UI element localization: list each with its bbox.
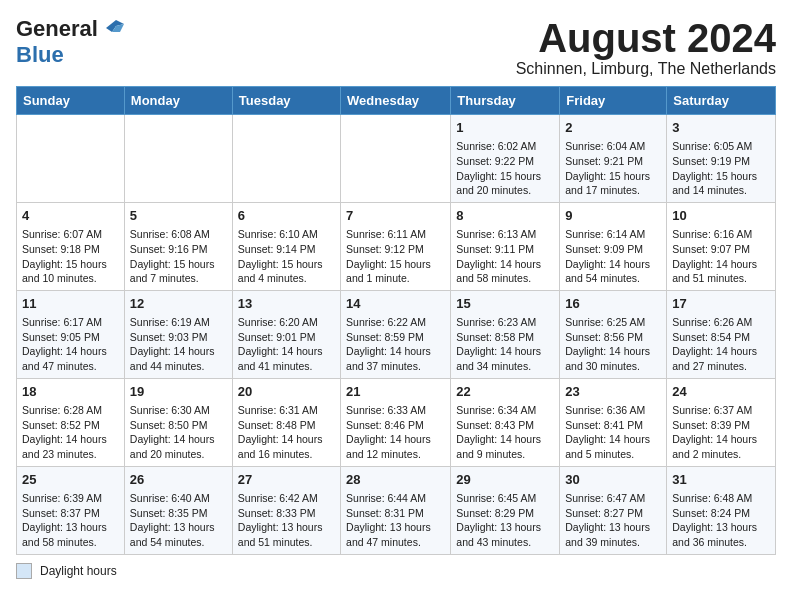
table-row: 1Sunrise: 6:02 AM Sunset: 9:22 PM Daylig… — [451, 115, 560, 203]
calendar-location: Schinnen, Limburg, The Netherlands — [516, 60, 776, 78]
table-row: 7Sunrise: 6:11 AM Sunset: 9:12 PM Daylig… — [341, 202, 451, 290]
day-number: 3 — [672, 119, 770, 137]
day-number: 29 — [456, 471, 554, 489]
table-row: 19Sunrise: 6:30 AM Sunset: 8:50 PM Dayli… — [124, 378, 232, 466]
table-row: 2Sunrise: 6:04 AM Sunset: 9:21 PM Daylig… — [560, 115, 667, 203]
day-detail: Sunrise: 6:44 AM Sunset: 8:31 PM Dayligh… — [346, 491, 445, 550]
day-detail: Sunrise: 6:05 AM Sunset: 9:19 PM Dayligh… — [672, 139, 770, 198]
table-row — [17, 115, 125, 203]
day-detail: Sunrise: 6:33 AM Sunset: 8:46 PM Dayligh… — [346, 403, 445, 462]
day-number: 20 — [238, 383, 335, 401]
day-number: 17 — [672, 295, 770, 313]
table-row: 28Sunrise: 6:44 AM Sunset: 8:31 PM Dayli… — [341, 466, 451, 554]
day-detail: Sunrise: 6:20 AM Sunset: 9:01 PM Dayligh… — [238, 315, 335, 374]
day-number: 13 — [238, 295, 335, 313]
day-detail: Sunrise: 6:08 AM Sunset: 9:16 PM Dayligh… — [130, 227, 227, 286]
day-detail: Sunrise: 6:48 AM Sunset: 8:24 PM Dayligh… — [672, 491, 770, 550]
table-row: 25Sunrise: 6:39 AM Sunset: 8:37 PM Dayli… — [17, 466, 125, 554]
day-detail: Sunrise: 6:30 AM Sunset: 8:50 PM Dayligh… — [130, 403, 227, 462]
day-detail: Sunrise: 6:13 AM Sunset: 9:11 PM Dayligh… — [456, 227, 554, 286]
day-number: 6 — [238, 207, 335, 225]
day-number: 25 — [22, 471, 119, 489]
day-number: 24 — [672, 383, 770, 401]
title-area: August 2024 Schinnen, Limburg, The Nethe… — [516, 16, 776, 78]
day-number: 11 — [22, 295, 119, 313]
table-row: 11Sunrise: 6:17 AM Sunset: 9:05 PM Dayli… — [17, 290, 125, 378]
day-detail: Sunrise: 6:47 AM Sunset: 8:27 PM Dayligh… — [565, 491, 661, 550]
table-row: 14Sunrise: 6:22 AM Sunset: 8:59 PM Dayli… — [341, 290, 451, 378]
table-row — [124, 115, 232, 203]
header-saturday: Saturday — [667, 87, 776, 115]
day-detail: Sunrise: 6:10 AM Sunset: 9:14 PM Dayligh… — [238, 227, 335, 286]
day-detail: Sunrise: 6:07 AM Sunset: 9:18 PM Dayligh… — [22, 227, 119, 286]
day-detail: Sunrise: 6:04 AM Sunset: 9:21 PM Dayligh… — [565, 139, 661, 198]
day-detail: Sunrise: 6:36 AM Sunset: 8:41 PM Dayligh… — [565, 403, 661, 462]
day-number: 8 — [456, 207, 554, 225]
day-number: 26 — [130, 471, 227, 489]
day-number: 14 — [346, 295, 445, 313]
table-row: 5Sunrise: 6:08 AM Sunset: 9:16 PM Daylig… — [124, 202, 232, 290]
day-detail: Sunrise: 6:19 AM Sunset: 9:03 PM Dayligh… — [130, 315, 227, 374]
table-row: 23Sunrise: 6:36 AM Sunset: 8:41 PM Dayli… — [560, 378, 667, 466]
day-detail: Sunrise: 6:42 AM Sunset: 8:33 PM Dayligh… — [238, 491, 335, 550]
header-wednesday: Wednesday — [341, 87, 451, 115]
day-detail: Sunrise: 6:40 AM Sunset: 8:35 PM Dayligh… — [130, 491, 227, 550]
day-number: 19 — [130, 383, 227, 401]
day-number: 9 — [565, 207, 661, 225]
table-row: 13Sunrise: 6:20 AM Sunset: 9:01 PM Dayli… — [232, 290, 340, 378]
table-row: 26Sunrise: 6:40 AM Sunset: 8:35 PM Dayli… — [124, 466, 232, 554]
day-number: 16 — [565, 295, 661, 313]
day-number: 27 — [238, 471, 335, 489]
day-detail: Sunrise: 6:23 AM Sunset: 8:58 PM Dayligh… — [456, 315, 554, 374]
header-thursday: Thursday — [451, 87, 560, 115]
table-row: 31Sunrise: 6:48 AM Sunset: 8:24 PM Dayli… — [667, 466, 776, 554]
table-row: 4Sunrise: 6:07 AM Sunset: 9:18 PM Daylig… — [17, 202, 125, 290]
calendar-week-row: 11Sunrise: 6:17 AM Sunset: 9:05 PM Dayli… — [17, 290, 776, 378]
legend-label: Daylight hours — [40, 564, 117, 578]
table-row: 17Sunrise: 6:26 AM Sunset: 8:54 PM Dayli… — [667, 290, 776, 378]
day-number: 23 — [565, 383, 661, 401]
logo: General Blue — [16, 16, 124, 68]
legend-color-box — [16, 563, 32, 579]
table-row: 10Sunrise: 6:16 AM Sunset: 9:07 PM Dayli… — [667, 202, 776, 290]
logo-bird-icon — [102, 18, 124, 36]
calendar-table: Sunday Monday Tuesday Wednesday Thursday… — [16, 86, 776, 555]
day-number: 4 — [22, 207, 119, 225]
header: General Blue August 2024 Schinnen, Limbu… — [16, 16, 776, 78]
table-row: 15Sunrise: 6:23 AM Sunset: 8:58 PM Dayli… — [451, 290, 560, 378]
table-row: 27Sunrise: 6:42 AM Sunset: 8:33 PM Dayli… — [232, 466, 340, 554]
day-detail: Sunrise: 6:16 AM Sunset: 9:07 PM Dayligh… — [672, 227, 770, 286]
day-detail: Sunrise: 6:26 AM Sunset: 8:54 PM Dayligh… — [672, 315, 770, 374]
table-row: 21Sunrise: 6:33 AM Sunset: 8:46 PM Dayli… — [341, 378, 451, 466]
table-row: 30Sunrise: 6:47 AM Sunset: 8:27 PM Dayli… — [560, 466, 667, 554]
table-row: 8Sunrise: 6:13 AM Sunset: 9:11 PM Daylig… — [451, 202, 560, 290]
day-detail: Sunrise: 6:11 AM Sunset: 9:12 PM Dayligh… — [346, 227, 445, 286]
day-detail: Sunrise: 6:28 AM Sunset: 8:52 PM Dayligh… — [22, 403, 119, 462]
table-row: 9Sunrise: 6:14 AM Sunset: 9:09 PM Daylig… — [560, 202, 667, 290]
header-monday: Monday — [124, 87, 232, 115]
day-detail: Sunrise: 6:02 AM Sunset: 9:22 PM Dayligh… — [456, 139, 554, 198]
day-detail: Sunrise: 6:37 AM Sunset: 8:39 PM Dayligh… — [672, 403, 770, 462]
day-detail: Sunrise: 6:31 AM Sunset: 8:48 PM Dayligh… — [238, 403, 335, 462]
legend: Daylight hours — [16, 563, 776, 579]
calendar-week-row: 4Sunrise: 6:07 AM Sunset: 9:18 PM Daylig… — [17, 202, 776, 290]
calendar-week-row: 18Sunrise: 6:28 AM Sunset: 8:52 PM Dayli… — [17, 378, 776, 466]
table-row: 3Sunrise: 6:05 AM Sunset: 9:19 PM Daylig… — [667, 115, 776, 203]
table-row: 20Sunrise: 6:31 AM Sunset: 8:48 PM Dayli… — [232, 378, 340, 466]
day-detail: Sunrise: 6:25 AM Sunset: 8:56 PM Dayligh… — [565, 315, 661, 374]
logo-blue: Blue — [16, 42, 64, 67]
table-row: 6Sunrise: 6:10 AM Sunset: 9:14 PM Daylig… — [232, 202, 340, 290]
table-row — [232, 115, 340, 203]
day-number: 18 — [22, 383, 119, 401]
calendar-week-row: 1Sunrise: 6:02 AM Sunset: 9:22 PM Daylig… — [17, 115, 776, 203]
table-row: 29Sunrise: 6:45 AM Sunset: 8:29 PM Dayli… — [451, 466, 560, 554]
weekday-header-row: Sunday Monday Tuesday Wednesday Thursday… — [17, 87, 776, 115]
table-row: 24Sunrise: 6:37 AM Sunset: 8:39 PM Dayli… — [667, 378, 776, 466]
day-detail: Sunrise: 6:22 AM Sunset: 8:59 PM Dayligh… — [346, 315, 445, 374]
day-number: 22 — [456, 383, 554, 401]
day-number: 31 — [672, 471, 770, 489]
logo-general: General — [16, 16, 98, 42]
day-number: 15 — [456, 295, 554, 313]
day-detail: Sunrise: 6:14 AM Sunset: 9:09 PM Dayligh… — [565, 227, 661, 286]
table-row: 12Sunrise: 6:19 AM Sunset: 9:03 PM Dayli… — [124, 290, 232, 378]
